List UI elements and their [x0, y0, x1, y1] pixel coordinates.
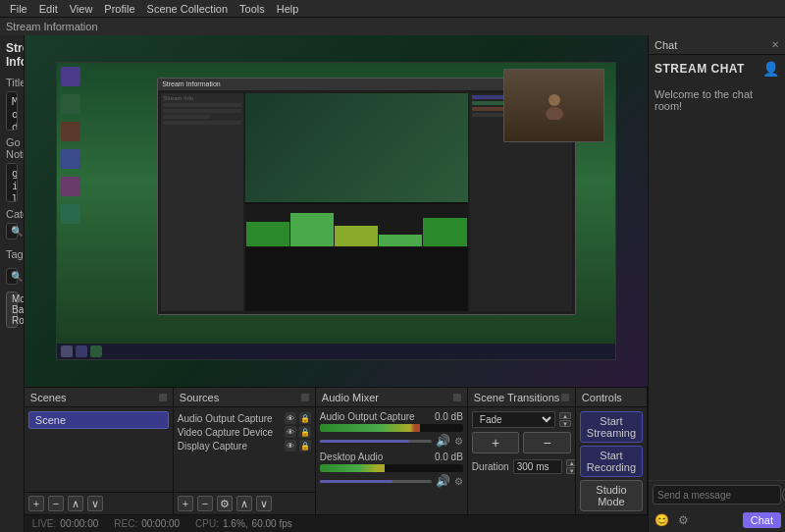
transition-plus-btn[interactable]: + [472, 432, 520, 453]
svg-point-0 [549, 94, 560, 106]
desktop-icon-4 [61, 149, 80, 169]
welcome-message: Welcome to the chat room! [654, 88, 753, 112]
chat-user-icon: 👤 [762, 61, 780, 77]
rec-value: 00:00:00 [141, 518, 180, 529]
source-gear-btn[interactable]: ⚙ [217, 496, 233, 511]
scene-up-btn[interactable]: ∧ [68, 496, 83, 511]
status-bar: LIVE: 00:00:00 REC: 00:00:00 CPU: 1.6%, … [25, 514, 648, 532]
audio-ch-db-1: 0.0 dB [435, 452, 463, 462]
audio-slider-0[interactable] [320, 440, 432, 443]
sources-panel-dot[interactable] [301, 394, 309, 401]
source-name-2: Display Capture [178, 441, 247, 452]
audio-gear-1[interactable]: ⚙ [454, 476, 463, 487]
source-eye-2[interactable]: 👁 [285, 440, 296, 452]
source-lock-2[interactable]: 🔒 [299, 440, 311, 452]
source-lock-1[interactable]: 🔒 [299, 426, 311, 438]
transition-minus-btn[interactable]: − [523, 432, 571, 453]
audio-gear-0[interactable]: ⚙ [454, 436, 463, 447]
start-recording-button[interactable]: Start Recording [580, 446, 643, 477]
live-status: LIVE: 00:00:00 [32, 518, 98, 529]
desktop-icon-2 [61, 94, 80, 114]
live-label: LIVE: [32, 518, 56, 529]
menu-profile[interactable]: Profile [98, 0, 140, 17]
category-search-wrap: 🔍 [6, 223, 18, 239]
rec-label: REC: [114, 518, 137, 529]
chat-message-input[interactable] [657, 490, 782, 501]
audio-ch-name-0: Audio Output Capture [320, 411, 415, 422]
bottom-panels: Scenes Scene + − ∧ ∨ Sources [25, 387, 648, 514]
desktop-icons [61, 67, 80, 224]
studio-mode-button[interactable]: Studio Mode [580, 480, 643, 511]
transitions-panel-dot[interactable] [561, 394, 569, 401]
chat-toolbar: 😊 ⚙ Chat [649, 508, 785, 532]
source-row-1: Video Capture Device 👁 🔒 [178, 425, 311, 439]
controls-panel: Controls Start Streaming Start Recording… [576, 388, 648, 514]
cpu-value: 1.6%, [223, 518, 248, 529]
center-area: Stream Information Stream Info [25, 35, 648, 532]
source-lock-0[interactable]: 🔒 [299, 412, 311, 424]
scenes-panel-header: Scenes [25, 388, 173, 407]
webcam-overlay [503, 69, 604, 143]
preview-screen: Stream Information Stream Info [25, 35, 648, 387]
chat-input-row: → [653, 485, 781, 505]
duration-label: Duration [472, 461, 509, 472]
source-icons-1: 👁 🔒 [285, 426, 311, 438]
rec-status: REC: 00:00:00 [114, 518, 180, 529]
chat-button[interactable]: Chat [743, 512, 781, 528]
scenes-panel-controls [159, 394, 167, 401]
audio-meter-0 [320, 424, 463, 432]
controls-label: Controls [582, 392, 622, 403]
duration-spinner-down[interactable]: ▼ [566, 467, 575, 474]
duration-input[interactable] [513, 459, 562, 474]
title-input[interactable]: Modern Warfare: War Zone [6, 91, 18, 131]
transition-spinner-down[interactable]: ▼ [559, 420, 571, 427]
mixer-panel-dot[interactable] [453, 394, 461, 401]
audio-ch-header-1: Desktop Audio 0.0 dB [320, 452, 463, 462]
menu-tools[interactable]: Tools [234, 0, 271, 17]
audio-controls-1: 🔊 ⚙ [320, 474, 463, 488]
scene-remove-btn[interactable]: − [48, 496, 64, 511]
scenes-panel-dot[interactable] [159, 394, 167, 401]
audio-mute-0[interactable]: 🔊 [436, 434, 450, 448]
menu-file[interactable]: File [4, 0, 33, 17]
transition-type-row: Fade ▲ ▼ [472, 411, 571, 428]
webcam-person [504, 70, 603, 142]
audio-mute-1[interactable]: 🔊 [436, 474, 450, 488]
source-up-btn[interactable]: ∧ [236, 496, 252, 511]
duration-spinner: ▲ ▼ [566, 459, 575, 474]
stream-chat-label: STREAM CHAT [654, 62, 745, 76]
scene-add-btn[interactable]: + [28, 496, 44, 511]
chat-settings-btn[interactable]: ⚙ [674, 511, 692, 529]
menu-help[interactable]: Help [271, 0, 305, 17]
chat-emoji-btn[interactable]: 😊 [653, 511, 670, 529]
source-eye-1[interactable]: 👁 [285, 426, 296, 438]
source-down-btn[interactable]: ∨ [256, 496, 272, 511]
menu-view[interactable]: View [64, 0, 99, 17]
controls-panel-header: Controls [576, 388, 647, 407]
desktop-icon-1 [61, 67, 80, 86]
obs-center-inner [245, 93, 468, 311]
audio-channel-0: Audio Output Capture 0.0 dB 🔊 ⚙ [320, 411, 463, 448]
chat-title-bar: Chat ✕ [649, 35, 785, 55]
audio-ch-db-0: 0.0 dB [435, 411, 463, 422]
taskbar-icon-1 [61, 346, 73, 357]
transitions-body: Fade ▲ ▼ + − Duration [468, 407, 575, 514]
cpu-status: CPU: 1.6%, 60.00 fps [195, 518, 292, 529]
scene-down-btn[interactable]: ∨ [87, 496, 103, 511]
scene-item-0[interactable]: Scene [28, 411, 169, 429]
stream-info-heading: Stream Information [6, 41, 18, 69]
source-eye-0[interactable]: 👁 [285, 412, 296, 424]
desktop-icon-5 [61, 177, 80, 196]
menu-edit[interactable]: Edit [33, 0, 64, 17]
audio-slider-1[interactable] [320, 480, 432, 483]
chat-title-dot: ✕ [771, 39, 779, 50]
menu-scene-collection[interactable]: Scene Collection [141, 0, 235, 17]
chat-input-area: → [649, 480, 785, 508]
source-add-btn[interactable]: + [178, 496, 193, 511]
transition-spinner-up[interactable]: ▲ [559, 412, 571, 419]
source-remove-btn[interactable]: − [197, 496, 213, 511]
start-streaming-button[interactable]: Start Streaming [580, 411, 643, 443]
go-live-input[interactable]: gilbertm_jr went live! [6, 163, 18, 202]
duration-spinner-up[interactable]: ▲ [566, 459, 575, 466]
transition-type-select[interactable]: Fade [472, 411, 555, 428]
